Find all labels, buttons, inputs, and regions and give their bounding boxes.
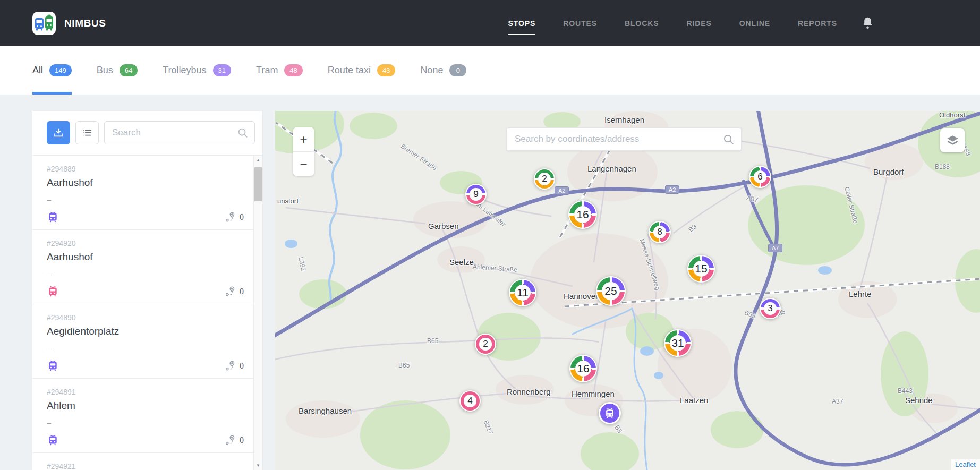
- stop-description: –: [47, 344, 244, 353]
- tab-tram[interactable]: Tram 48: [256, 46, 303, 95]
- stop-list-item[interactable]: #294920 Aarhushof – 0: [32, 230, 253, 304]
- brand[interactable]: NIMBUS: [32, 12, 106, 35]
- list-icon: [81, 127, 93, 139]
- tab-count-badge: 64: [120, 64, 138, 76]
- map-zoom-control: + −: [293, 127, 314, 176]
- map: IsernhagenOldhorstLangenhagenBurgdorfB18…: [275, 111, 980, 470]
- cluster-count: 8: [649, 221, 671, 243]
- tab-label: Trolleybus: [163, 65, 206, 76]
- stop-name: Aegidientorplatz: [47, 326, 244, 337]
- nimbus-logo-icon: [32, 12, 56, 35]
- nav-item-online[interactable]: ONLINE: [739, 14, 770, 33]
- map-cluster-marker[interactable]: 6: [749, 166, 771, 188]
- route-pin-icon: [224, 360, 235, 371]
- nav-item-blocks[interactable]: BLOCKS: [625, 14, 659, 33]
- cluster-count: 2: [534, 168, 555, 190]
- map-cluster-marker[interactable]: 16: [568, 200, 597, 229]
- list-scrollbar[interactable]: ▲ ▼: [253, 156, 262, 470]
- stops-search: [104, 121, 255, 155]
- vehicle-type-tabs: All 149 Bus 64 Trolleybus 31 Tram 48 Rou…: [0, 46, 980, 95]
- nav-item-stops[interactable]: STOPS: [508, 14, 535, 33]
- map-layers-button[interactable]: [940, 128, 965, 152]
- tab-none[interactable]: None 0: [420, 46, 466, 95]
- notifications-button[interactable]: [860, 16, 875, 30]
- map-cluster-marker[interactable]: 2: [534, 168, 555, 190]
- cluster-count: 16: [568, 200, 597, 229]
- stops-toolbar: [32, 111, 262, 156]
- stop-list: #294889 Aarhushof – 0: [32, 156, 253, 470]
- cluster-count: 15: [687, 255, 715, 283]
- search-icon: [237, 127, 249, 139]
- scrollbar-thumb[interactable]: [254, 167, 262, 201]
- map-cluster-marker[interactable]: 16: [569, 355, 597, 382]
- stops-search-input[interactable]: [104, 121, 255, 144]
- route-pin-icon: [224, 434, 235, 446]
- tab-count-badge: 31: [213, 64, 231, 76]
- stop-routes-count: 0: [240, 212, 244, 222]
- leaflet-link[interactable]: Leaflet: [955, 460, 976, 468]
- map-stop-marker-trolleybus[interactable]: [599, 402, 621, 424]
- stop-description: –: [47, 195, 244, 204]
- map-attribution: Leaflet: [951, 459, 980, 470]
- map-cluster-marker[interactable]: 15: [687, 255, 715, 283]
- cluster-count: 31: [664, 329, 692, 357]
- search-icon: [722, 133, 735, 146]
- stop-id: #294891: [47, 388, 244, 396]
- tab-label: Route taxi: [328, 65, 371, 76]
- tab-trolleybus[interactable]: Trolleybus 31: [163, 46, 231, 95]
- nav-item-rides[interactable]: RIDES: [686, 14, 711, 33]
- stop-list-item[interactable]: #294889 Aarhushof – 0: [32, 156, 253, 230]
- download-icon: [53, 127, 64, 139]
- stop-description: –: [47, 269, 244, 278]
- stop-routes-count: 0: [240, 435, 244, 445]
- trolleybus-icon: [604, 407, 616, 419]
- tab-count-badge: 149: [49, 64, 72, 76]
- scroll-down-button[interactable]: ▼: [254, 461, 262, 470]
- stop-routes-count: 0: [240, 287, 244, 296]
- scroll-up-button[interactable]: ▲: [254, 156, 262, 165]
- map-cluster-marker[interactable]: 4: [459, 390, 481, 412]
- map-cluster-marker[interactable]: 2: [475, 334, 496, 355]
- cluster-count: 11: [509, 279, 536, 306]
- stop-routes-count: 0: [240, 361, 244, 371]
- cluster-count: 6: [749, 166, 771, 188]
- zoom-in-button[interactable]: +: [293, 127, 314, 151]
- map-cluster-marker[interactable]: 9: [465, 184, 487, 205]
- cluster-count: 2: [475, 334, 496, 355]
- trolleybus-icon: [47, 211, 59, 223]
- stop-list-item[interactable]: #294890 Aegidientorplatz –: [32, 304, 253, 379]
- stop-name: Ahlem: [47, 400, 244, 412]
- map-cluster-marker[interactable]: 3: [760, 298, 781, 319]
- stop-list-item[interactable]: #294921: [32, 453, 253, 470]
- nav-item-reports[interactable]: REPORTS: [798, 14, 837, 33]
- stops-panel: #294889 Aarhushof – 0: [32, 111, 262, 470]
- route-pin-icon: [224, 286, 235, 297]
- tab-bus[interactable]: Bus 64: [97, 46, 138, 95]
- map-cluster-marker[interactable]: 8: [649, 221, 671, 243]
- tab-all[interactable]: All 149: [32, 46, 72, 95]
- zoom-out-button[interactable]: −: [293, 152, 314, 176]
- export-download-button[interactable]: [47, 121, 70, 144]
- cluster-count: 3: [760, 298, 781, 319]
- route-pin-icon: [224, 211, 235, 223]
- map-cluster-marker[interactable]: 11: [509, 279, 536, 306]
- tab-route-taxi[interactable]: Route taxi 43: [328, 46, 396, 95]
- stop-list-item[interactable]: #294891 Ahlem – 0: [32, 379, 253, 453]
- cluster-count: 4: [459, 390, 481, 412]
- map-cluster-marker[interactable]: 25: [596, 276, 626, 306]
- map-cluster-marker[interactable]: 31: [664, 329, 692, 357]
- nav-item-routes[interactable]: ROUTES: [563, 14, 597, 33]
- map-canvas[interactable]: [275, 111, 980, 470]
- trolleybus-icon: [47, 360, 59, 372]
- map-search-input[interactable]: [506, 127, 742, 151]
- stop-description: –: [47, 418, 244, 427]
- stop-name: Aarhushof: [47, 251, 244, 263]
- tab-count-badge: 48: [284, 64, 302, 76]
- cluster-count: 9: [465, 184, 487, 205]
- layers-icon: [945, 133, 960, 148]
- bell-icon: [860, 16, 875, 30]
- list-view-button[interactable]: [75, 121, 99, 144]
- tab-count-badge: 43: [377, 64, 395, 76]
- brand-name: NIMBUS: [64, 18, 106, 29]
- stop-name: Aarhushof: [47, 177, 244, 189]
